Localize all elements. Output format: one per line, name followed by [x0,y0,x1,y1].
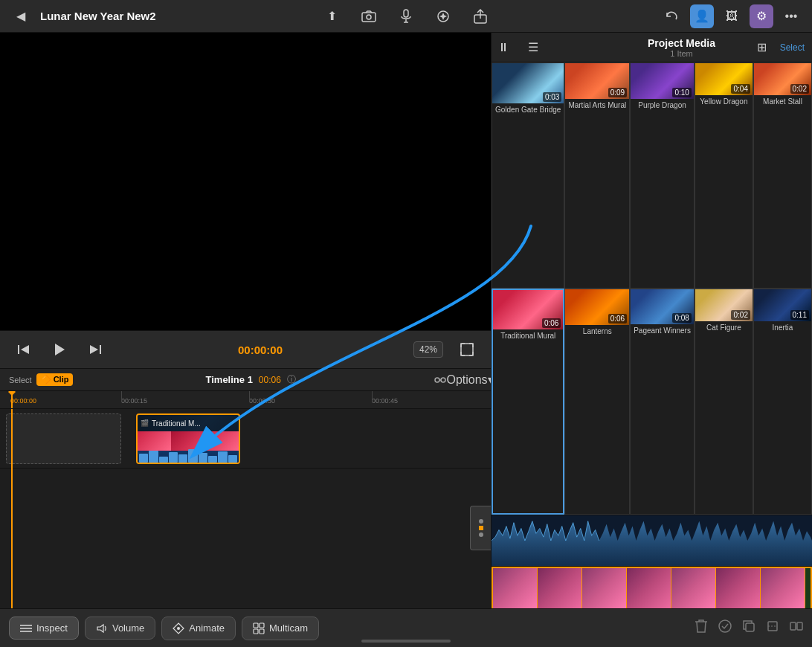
media-item-martial-arts[interactable]: 0:09 Martial Arts Mural [564,62,630,289]
knob-dot-1 [479,519,483,524]
timeline-header: Select 🔶 Clip Timeline 1 00:06 ⓘ [0,369,491,391]
media-select-button[interactable]: Select [780,42,805,53]
wave-bar [188,449,197,463]
svg-rect-2 [404,10,408,17]
check-icon[interactable] [718,619,732,637]
svg-rect-21 [260,629,264,634]
wave-bar [178,454,187,463]
media-item-trad-mural[interactable]: 0:06 Traditional Mural [492,289,564,515]
inspect-button[interactable]: Inspect [9,617,79,640]
timecode-value: 00:00:00 [238,344,283,356]
back-button[interactable]: ◀ [9,4,33,28]
pause-button[interactable]: ⏸ [492,36,515,59]
multicam-button[interactable]: Multicam [242,617,319,640]
camera-button[interactable] [357,4,381,28]
photo-button[interactable]: 🖼 [720,4,744,28]
magic-button[interactable] [431,4,455,28]
ruler-line-1 [121,391,122,402]
placeholder-clip[interactable] [6,413,121,464]
mic-button[interactable] [394,4,418,28]
timeline-info-icon[interactable]: ⓘ [287,373,296,386]
svg-point-1 [367,15,371,19]
svg-rect-27 [797,622,802,630]
volume-button[interactable]: Volume [85,617,155,640]
undo-button[interactable] [660,4,684,28]
crop-icon[interactable] [766,619,779,637]
clip-name-label: Traditional M... [152,419,201,428]
animate-label: Animate [189,622,225,634]
media-duration-4: 0:04 [731,84,750,94]
media-label-1: Golden Gate Bridge [492,103,564,116]
media-item-market-stall[interactable]: 0:02 Market Stall [753,62,812,289]
media-duration-6: 0:06 [542,318,561,328]
grid-view-button[interactable]: ⊞ [750,36,774,59]
media-label-6: Traditional Mural [493,329,563,342]
timeline-options-button[interactable]: Options ▾ [458,369,482,392]
skip-forward-button[interactable] [83,338,107,361]
media-duration-9: 0:02 [731,310,750,320]
right-panel: ⏸ ☰ Project Media 1 Item ⊞ Select 0:03 G… [491,33,812,647]
animate-button[interactable]: Animate [161,617,236,640]
media-header: ⏸ ☰ Project Media 1 Item ⊞ Select [492,33,812,62]
volume-label: Volume [112,622,144,634]
project-title: Lunar New Year New2 [40,10,156,22]
audio-waveform-strip [492,515,812,567]
timeline-area: Select 🔶 Clip Timeline 1 00:06 ⓘ [0,369,491,647]
list-view-button[interactable]: ☰ [521,36,545,59]
trash-icon[interactable] [695,619,708,637]
play-button[interactable] [48,338,71,361]
fullscreen-button[interactable] [455,338,479,361]
film-frame-5 [671,568,716,608]
media-duration-1: 0:03 [543,92,561,102]
media-label-9: Cat Figure [695,321,753,334]
media-thumb-yellow-dragon: 0:04 [695,63,753,95]
append-strip [492,567,812,610]
scroll-bar-indicator [361,640,451,643]
video-canvas [0,33,491,330]
timeline-header-right: Options ▾ [428,369,482,392]
copy-icon[interactable] [742,619,755,637]
more-button[interactable]: ••• [779,4,803,28]
wave-bar [228,455,237,463]
timeline-ruler: 00:00:00 00:00:15 00:00:30 00:00:45 [0,391,491,409]
media-item-cat[interactable]: 0:02 Cat Figure [695,289,753,515]
settings-button[interactable]: ⚙ [750,4,773,28]
media-label-3: Purple Dragon [631,99,694,112]
film-frame-2 [538,568,582,608]
wave-bar [139,454,148,463]
export-button[interactable]: ⬆ [320,4,344,28]
media-thumb-martial-arts: 0:09 [565,63,629,99]
split-icon[interactable] [790,619,803,637]
bottom-right-icons [695,619,803,637]
skip-back-button[interactable] [12,338,36,361]
film-frame-3 [582,568,627,608]
bottom-toolbar: Inspect Volume Animate Multicam [0,608,812,647]
media-item-yellow-dragon[interactable]: 0:04 Yellow Dragon [695,62,753,289]
media-item-inertia[interactable]: 0:11 Inertia [753,289,812,515]
svg-rect-8 [100,345,101,354]
media-item-purple-dragon[interactable]: 0:10 Purple Dragon [630,62,695,289]
knob-dot-3 [479,532,483,537]
media-duration-8: 0:08 [672,313,691,323]
traditional-mural-clip[interactable]: 🎬 Traditional M... [136,413,240,464]
film-frame-4 [627,568,671,608]
ruler-tick-3: 00:00:45 [372,397,398,405]
timeline-title: Timeline 1 [206,374,253,385]
people-button[interactable]: 👤 [690,4,714,28]
media-item-lanterns[interactable]: 0:06 Lanterns [564,289,630,515]
media-item-pageant[interactable]: 0:08 Pageant Winners [630,289,695,515]
media-thumb-purple-dragon: 0:10 [631,63,694,99]
film-frame-7 [761,568,805,608]
media-label-4: Yellow Dragon [695,95,753,108]
audio-wave-svg [492,515,812,566]
share-button[interactable] [468,4,492,28]
wave-bar [149,451,158,463]
right-knob[interactable] [470,506,491,550]
wave-bar [159,457,168,463]
clip-badge: 🔶 Clip [36,373,74,386]
media-item-golden-gate[interactable]: 0:03 Golden Gate Bridge [492,62,564,289]
zoom-button[interactable]: 42% [413,341,443,358]
timecode-display: 00:00:00 [119,344,402,356]
ruler-tick-0: 00:00:00 [10,397,36,405]
media-header-right: ⊞ Select [750,36,805,59]
